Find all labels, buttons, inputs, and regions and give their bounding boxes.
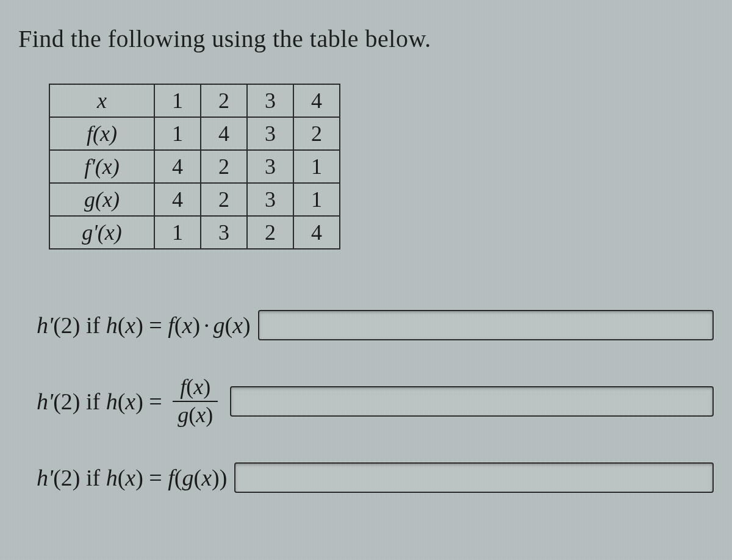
question-1-label: h'(2) if h(x) = f(x)·g(x)	[37, 312, 251, 339]
row-label-gprime: g'(x)	[49, 216, 154, 249]
questions: h'(2) if h(x) = f(x)·g(x) h'(2) if h(x) …	[18, 310, 714, 493]
question-3: h'(2) if h(x) = f(g(x))	[37, 462, 714, 493]
table-cell: 4	[293, 84, 340, 117]
table-cell: 2	[293, 117, 340, 150]
table-cell: 3	[247, 183, 293, 216]
answer-input-2[interactable]	[230, 386, 714, 417]
row-label-g: g(x)	[49, 183, 154, 216]
table-cell: 1	[154, 117, 201, 150]
question-1: h'(2) if h(x) = f(x)·g(x)	[37, 310, 714, 340]
table-cell: 1	[154, 216, 201, 249]
question-3-label: h'(2) if h(x) = f(g(x))	[37, 464, 227, 491]
table-cell: 3	[201, 216, 247, 249]
table-row: f(x) 1 4 3 2	[49, 117, 340, 150]
fraction: f(x) g(x)	[173, 376, 218, 427]
page: Find the following using the table below…	[0, 0, 732, 511]
row-label-fprime: f'(x)	[49, 150, 154, 183]
table-row: x 1 2 3 4	[49, 84, 340, 117]
function-table: x 1 2 3 4 f(x) 1 4 3 2 f'(x) 4 2 3 1 g	[49, 84, 340, 249]
table-row: g(x) 4 2 3 1	[49, 183, 340, 216]
table-cell: 3	[247, 150, 293, 183]
question-2: h'(2) if h(x) = f(x) g(x)	[37, 376, 714, 427]
table-cell: 3	[247, 117, 293, 150]
question-2-label: h'(2) if h(x) = f(x) g(x)	[37, 376, 223, 427]
table-cell: 4	[293, 216, 340, 249]
table-cell: 1	[293, 150, 340, 183]
row-label-x: x	[49, 84, 154, 117]
table-cell: 4	[154, 150, 201, 183]
row-label-f: f(x)	[49, 117, 154, 150]
table-cell: 1	[154, 84, 201, 117]
table-row: g'(x) 1 3 2 4	[49, 216, 340, 249]
table-cell: 2	[201, 183, 247, 216]
table-row: f'(x) 4 2 3 1	[49, 150, 340, 183]
table-cell: 2	[201, 84, 247, 117]
answer-input-1[interactable]	[258, 310, 714, 340]
table-cell: 2	[247, 216, 293, 249]
prompt-text: Find the following using the table below…	[18, 24, 714, 53]
table-cell: 1	[293, 183, 340, 216]
table-cell: 3	[247, 84, 293, 117]
table-cell: 2	[201, 150, 247, 183]
answer-input-3[interactable]	[234, 462, 714, 493]
table-cell: 4	[154, 183, 201, 216]
table-cell: 4	[201, 117, 247, 150]
